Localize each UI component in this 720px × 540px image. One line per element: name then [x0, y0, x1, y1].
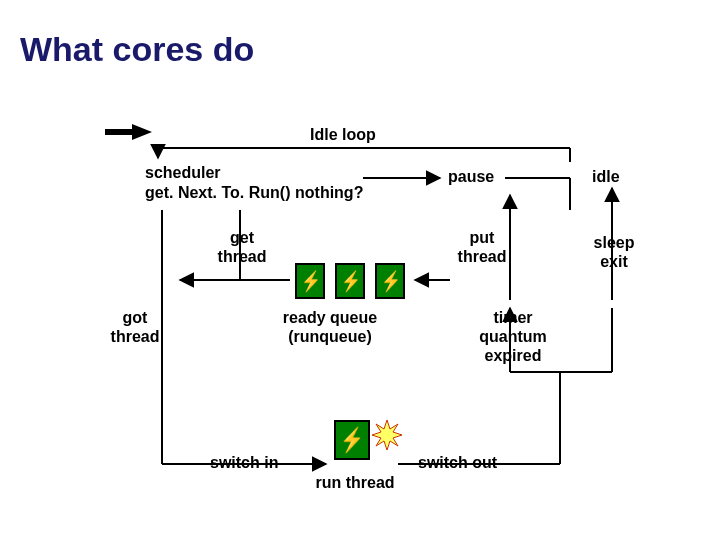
label-switch-out: switch out: [418, 453, 497, 472]
label-timer: timerquantumexpired: [468, 308, 558, 366]
thread-icon: ⚡: [334, 420, 370, 460]
label-got-thread: gotthread: [100, 308, 170, 346]
label-idle-loop: Idle loop: [310, 125, 376, 144]
svg-marker-0: [372, 420, 402, 450]
label-nothing: nothing?: [295, 183, 363, 202]
label-put-thread: putthread: [452, 228, 512, 266]
label-sleep-exit: sleepexit: [584, 233, 644, 271]
spark-icon: [372, 420, 402, 450]
thread-icon: ⚡: [335, 263, 365, 299]
svg-marker-2: [132, 124, 152, 140]
label-getnext: get. Next. To. Run(): [145, 183, 290, 202]
label-switch-in: switch in: [210, 453, 278, 472]
label-run-thread: run thread: [300, 473, 410, 492]
label-scheduler: scheduler: [145, 163, 221, 182]
label-ready-queue: ready queue(runqueue): [270, 308, 390, 346]
page-title: What cores do: [20, 30, 254, 69]
label-get-thread: getthread: [212, 228, 272, 266]
label-idle: idle: [592, 167, 620, 186]
label-pause: pause: [448, 167, 494, 186]
thread-icon: ⚡: [295, 263, 325, 299]
thread-icon: ⚡: [375, 263, 405, 299]
